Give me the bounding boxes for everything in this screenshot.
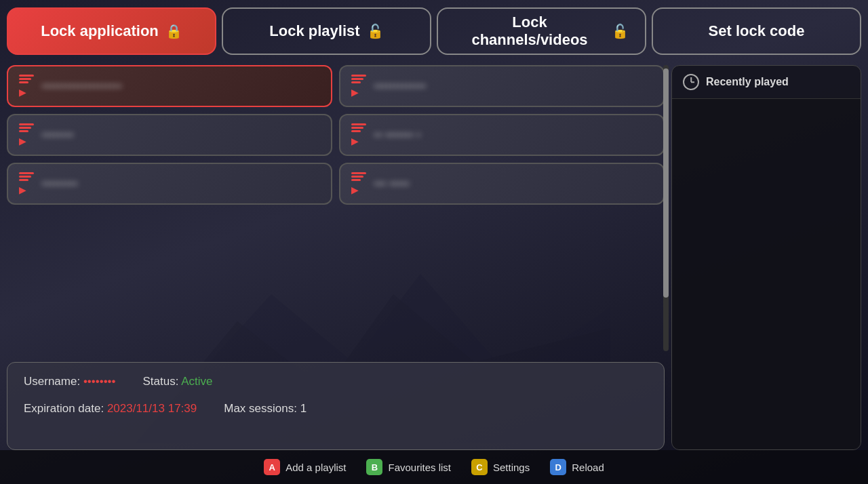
favourites-list-action[interactable]: B Favourites list [366, 459, 451, 475]
play-arrow-1: ▶ [19, 87, 34, 98]
scrollbar-track[interactable] [663, 65, 669, 351]
playlist-item-3[interactable]: ▶ •••••••• [7, 114, 332, 156]
icon-line-2 [351, 78, 363, 80]
icon-line-1 [351, 75, 366, 77]
playlist-item-1[interactable]: ▶ •••••••••••••••••••• [7, 65, 332, 107]
clock-icon [683, 74, 699, 90]
settings-badge: C [471, 459, 488, 475]
expiry-field: Expiration date: 2023/11/13 17:39 [24, 402, 197, 416]
top-navigation: Lock application Lock playlist Lock chan… [0, 0, 868, 61]
status-field: Status: Active [143, 375, 213, 388]
playlist-item-4[interactable]: ▶ •• ••••••• • [339, 114, 665, 156]
playlist-grid: ▶ •••••••••••••••••••• [7, 65, 665, 205]
settings-action[interactable]: C Settings [471, 459, 530, 475]
play-arrow-4: ▶ [351, 136, 366, 146]
icon-line-2 [19, 78, 31, 80]
left-section: ▶ •••••••••••••••••••• [7, 65, 665, 450]
username-field: Username: •••••••• [24, 375, 116, 388]
status-value: Active [181, 375, 212, 388]
max-sessions-label: Max sessions: [224, 402, 297, 415]
add-playlist-badge: A [264, 459, 280, 475]
lock-application-label: Lock application [41, 22, 159, 40]
lock-playlist-label: Lock playlist [269, 22, 359, 40]
icon-line-2 [351, 176, 363, 178]
info-row-1: Username: •••••••• Status: Active [24, 375, 648, 388]
username-value: •••••••• [83, 375, 116, 388]
playlist-name-6: ••• ••••• [374, 178, 652, 189]
recently-played-title: Recently played [706, 76, 789, 88]
status-label: Status: [143, 375, 179, 388]
playlist-name-4: •• ••••••• • [374, 129, 652, 140]
playlist-name-5: ••••••••• [42, 178, 320, 189]
main-area: ▶ •••••••••••••••••••• [0, 61, 868, 450]
icon-line-2 [19, 127, 31, 129]
playlist-name-3: •••••••• [42, 129, 320, 140]
reload-badge: D [550, 459, 566, 475]
playlist-name-1: •••••••••••••••••••• [42, 81, 320, 92]
playlist-icon-6: ▶ [351, 172, 366, 195]
lock-application-icon [165, 23, 182, 39]
playlist-name-2: ••••••••••••• [374, 81, 652, 92]
play-arrow-6: ▶ [351, 184, 366, 195]
settings-label: Settings [493, 462, 530, 473]
icon-line-2 [19, 176, 31, 178]
lock-playlist-button[interactable]: Lock playlist [222, 7, 431, 55]
expiry-label: Expiration date: [24, 402, 104, 415]
favourites-badge: B [366, 459, 382, 475]
lock-channels-button[interactable]: Lock channels/videos [437, 7, 646, 55]
right-panel: Recently played [671, 65, 861, 450]
reload-action[interactable]: D Reload [550, 459, 604, 475]
expiry-value: 2023/11/13 17:39 [107, 402, 197, 415]
play-arrow-2: ▶ [351, 87, 366, 98]
playlist-icon-3: ▶ [19, 123, 34, 146]
max-sessions-field: Max sessions: 1 [224, 402, 307, 416]
add-playlist-label: Add a playlist [285, 462, 346, 473]
playlist-item-2[interactable]: ▶ ••••••••••••• [339, 65, 665, 107]
play-arrow-5: ▶ [19, 184, 34, 195]
playlist-icon-1: ▶ [19, 75, 34, 98]
info-panel: Username: •••••••• Status: Active Expira… [7, 362, 665, 450]
icon-line-1 [351, 172, 366, 174]
icon-line-3 [19, 81, 28, 83]
playlist-item-5[interactable]: ▶ ••••••••• [7, 163, 332, 205]
grid-wrapper: ▶ •••••••••••••••••••• [7, 65, 665, 351]
recently-played-content [672, 99, 861, 449]
playlist-icon-4: ▶ [351, 123, 366, 146]
info-row-2: Expiration date: 2023/11/13 17:39 Max se… [24, 402, 648, 416]
play-arrow-3: ▶ [19, 136, 34, 146]
add-playlist-action[interactable]: A Add a playlist [264, 459, 346, 475]
lock-application-button[interactable]: Lock application [7, 7, 216, 55]
max-sessions-value: 1 [300, 402, 307, 415]
icon-line-1 [19, 75, 34, 77]
icon-line-1 [351, 123, 366, 125]
lock-channels-label: Lock channels/videos [454, 14, 605, 49]
playlist-item-6[interactable]: ▶ ••• ••••• [339, 163, 665, 205]
playlist-grid-container: ▶ •••••••••••••••••••• [7, 65, 665, 351]
lock-playlist-icon [367, 23, 384, 39]
set-lock-code-label: Set lock code [709, 22, 805, 40]
icon-line-1 [19, 172, 34, 174]
main-content: Lock application Lock playlist Lock chan… [0, 0, 868, 484]
reload-label: Reload [572, 462, 604, 473]
icon-line-3 [351, 130, 361, 132]
icon-line-1 [19, 123, 34, 125]
bottom-bar: A Add a playlist B Favourites list C Set… [0, 450, 868, 484]
username-label: Username: [24, 375, 80, 388]
icon-line-3 [19, 130, 28, 132]
icon-line-3 [351, 179, 361, 181]
icon-line-3 [19, 179, 28, 181]
recently-played-header: Recently played [672, 66, 861, 99]
icon-line-2 [351, 127, 363, 129]
icon-line-3 [351, 81, 361, 83]
set-lock-code-button[interactable]: Set lock code [652, 7, 861, 55]
lock-channels-icon [612, 23, 629, 39]
favourites-label: Favourites list [388, 462, 451, 473]
playlist-icon-5: ▶ [19, 172, 34, 195]
scrollbar-thumb[interactable] [663, 68, 669, 298]
playlist-icon-2: ▶ [351, 75, 366, 98]
